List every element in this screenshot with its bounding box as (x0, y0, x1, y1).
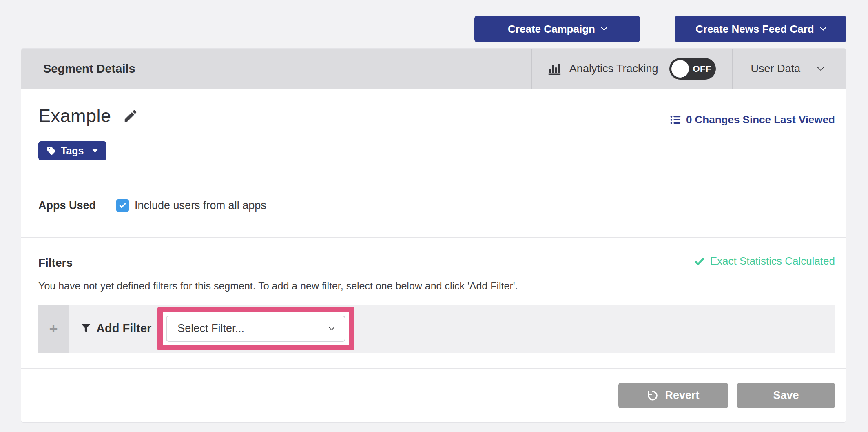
filters-description: You have not yet defined filters for thi… (38, 280, 835, 292)
changes-since-last-viewed-link[interactable]: 0 Changes Since Last Viewed (670, 114, 835, 126)
segment-title-section: Example (21, 89, 846, 174)
chevron-down-icon (600, 24, 607, 31)
analytics-tracking-toggle[interactable]: OFF (669, 58, 716, 80)
list-icon (670, 114, 681, 125)
analytics-tracking-label: Analytics Tracking (569, 62, 658, 75)
revert-button[interactable]: Revert (618, 383, 728, 408)
plus-icon: + (49, 320, 58, 337)
filter-select-value: Select Filter... (177, 322, 244, 335)
create-campaign-button[interactable]: Create Campaign (474, 16, 640, 42)
exact-statistics-status: Exact Statistics Calculated (694, 255, 835, 267)
save-label: Save (773, 389, 799, 402)
bar-chart-icon (548, 63, 562, 75)
save-button[interactable]: Save (737, 383, 835, 408)
caret-down-icon (92, 149, 98, 153)
chevron-down-icon (817, 64, 824, 71)
create-news-feed-label: Create News Feed Card (695, 23, 814, 36)
add-filter-plus-button[interactable]: + (38, 305, 69, 353)
revert-label: Revert (665, 389, 699, 402)
card-header: Segment Details Analytics Tracking (21, 49, 846, 89)
exact-statistics-label: Exact Statistics Calculated (710, 255, 835, 267)
apps-used-section: Apps Used Include users from all apps (21, 174, 846, 237)
user-data-label: User Data (751, 62, 800, 75)
toggle-knob (671, 60, 689, 78)
check-icon (694, 256, 705, 267)
user-data-menu[interactable]: User Data (733, 49, 846, 89)
include-all-apps-label: Include users from all apps (135, 199, 266, 212)
apps-used-label: Apps Used (38, 199, 96, 212)
add-filter-label: Add Filter (96, 322, 151, 335)
checkbox-checked-icon[interactable] (116, 199, 129, 212)
filters-title: Filters (38, 256, 73, 269)
tags-label: Tags (61, 145, 84, 157)
analytics-tracking-control: Analytics Tracking OFF (532, 49, 733, 89)
create-campaign-label: Create Campaign (508, 23, 595, 36)
add-filter-bar: + Add Filter Select Filter... (38, 305, 835, 353)
page-title: Segment Details (21, 62, 531, 76)
pencil-icon (123, 108, 138, 124)
tags-button[interactable]: Tags (38, 141, 106, 160)
include-all-apps-option[interactable]: Include users from all apps (116, 199, 266, 212)
card-footer: Revert Save (21, 368, 846, 422)
toggle-state-label: OFF (693, 64, 711, 74)
segment-name: Example (38, 105, 111, 127)
annotation-highlight-box: Select Filter... (157, 307, 354, 350)
tag-icon (46, 146, 56, 156)
chevron-down-icon (328, 323, 335, 330)
chevron-down-icon (819, 24, 826, 31)
undo-icon (647, 390, 658, 401)
card-header-actions: Analytics Tracking OFF User Data (531, 49, 846, 89)
segment-details-card: Segment Details Analytics Tracking (21, 48, 846, 423)
segment-details-page: Create Campaign Create News Feed Card Se… (0, 0, 868, 432)
edit-name-button[interactable] (123, 108, 138, 124)
topbar: Create Campaign Create News Feed Card (474, 16, 846, 42)
changes-link-label: 0 Changes Since Last Viewed (686, 114, 835, 126)
filters-section: Filters Exact Statistics Calculated You … (21, 237, 846, 368)
add-filter-label-group: Add Filter (81, 322, 151, 335)
create-news-feed-card-button[interactable]: Create News Feed Card (675, 16, 846, 42)
filter-funnel-icon (81, 323, 91, 334)
filter-select-dropdown[interactable]: Select Filter... (166, 316, 345, 342)
